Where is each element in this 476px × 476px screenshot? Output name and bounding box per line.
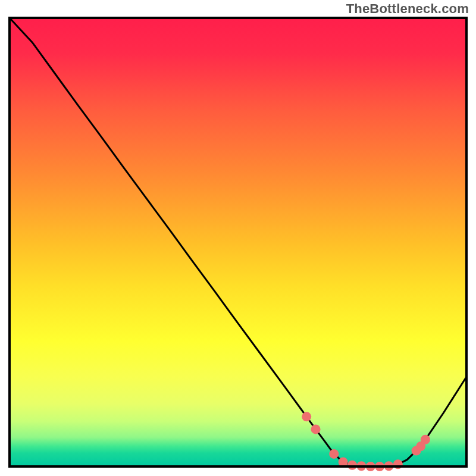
bottleneck-chart xyxy=(0,0,476,476)
curve-marker xyxy=(347,461,357,470)
curve-marker xyxy=(311,424,321,434)
curve-marker xyxy=(329,449,339,459)
curve-marker xyxy=(302,412,311,421)
plot-background xyxy=(10,18,466,466)
chart-container: TheBottleneck.com xyxy=(0,0,476,476)
watermark-text: TheBottleneck.com xyxy=(346,1,469,17)
curve-marker xyxy=(421,435,430,444)
